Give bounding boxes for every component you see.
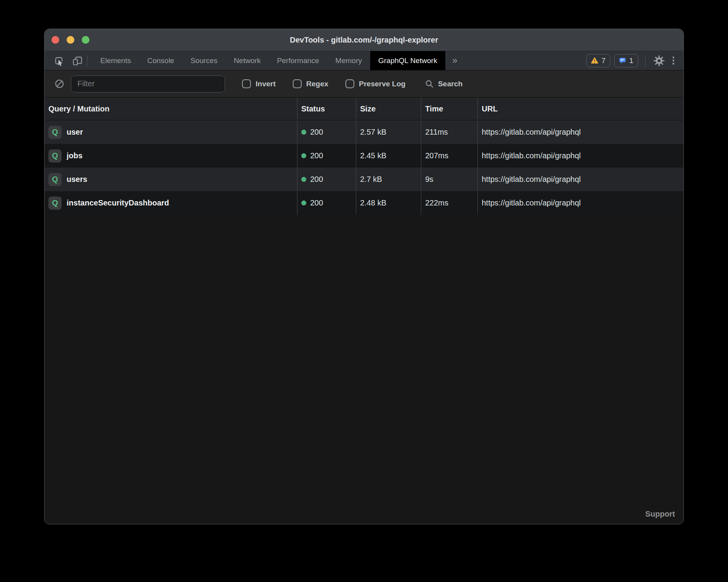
tab-performance[interactable]: Performance xyxy=(269,51,327,70)
time-cell: 9s xyxy=(421,168,477,191)
titlebar: DevTools - gitlab.com/-/graphql-explorer xyxy=(45,29,683,51)
time-cell: 207ms xyxy=(421,144,477,168)
warnings-badge-button[interactable]: 7 xyxy=(586,54,610,67)
url-cell: https://gitlab.com/api/graphql xyxy=(477,144,683,168)
query-name: users xyxy=(67,175,87,184)
regex-toggle[interactable]: Regex xyxy=(293,79,328,88)
search-icon xyxy=(425,79,434,89)
window-title: DevTools - gitlab.com/-/graphql-explorer xyxy=(290,36,438,45)
size-cell: 2.57 kB xyxy=(356,120,421,144)
status-code: 200 xyxy=(310,175,323,184)
tabbar-separator xyxy=(87,55,88,66)
tabbar-left-tools xyxy=(45,51,84,70)
tab-elements[interactable]: Elements xyxy=(92,51,139,70)
message-bubble-icon xyxy=(619,57,626,64)
messages-badge-button[interactable]: 1 xyxy=(614,54,638,67)
preserve-log-toggle[interactable]: Preserve Log xyxy=(345,79,405,88)
status-code: 200 xyxy=(310,151,323,160)
query-type-badge-icon: Q xyxy=(48,173,62,186)
close-window-button[interactable] xyxy=(52,36,59,44)
table-row[interactable]: Q user 200 2.57 kB 211ms https://gitlab.… xyxy=(45,120,683,144)
more-tabs-chevron-icon[interactable]: » xyxy=(445,51,464,70)
query-name: instanceSecurityDashboard xyxy=(67,199,169,207)
query-name-cell: Q instanceSecurityDashboard xyxy=(45,191,297,215)
preserve-log-checkbox xyxy=(345,79,354,88)
warning-count: 7 xyxy=(601,56,606,65)
preserve-log-label: Preserve Log xyxy=(359,80,405,88)
tab-network[interactable]: Network xyxy=(226,51,269,70)
query-name-cell: Q user xyxy=(45,120,297,144)
table-row[interactable]: Q instanceSecurityDashboard 200 2.48 kB … xyxy=(45,191,683,215)
column-header-time[interactable]: Time xyxy=(421,98,477,120)
table-row[interactable]: Q users 200 2.7 kB 9s https://gitlab.com… xyxy=(45,168,683,191)
url-cell: https://gitlab.com/api/graphql xyxy=(477,191,683,215)
controls-separator xyxy=(645,55,646,66)
status-cell: 200 xyxy=(297,168,356,191)
status-ok-dot-icon xyxy=(301,153,306,158)
status-code: 200 xyxy=(310,199,323,207)
search-label: Search xyxy=(438,80,462,88)
status-ok-dot-icon xyxy=(301,200,306,205)
status-cell: 200 xyxy=(297,120,356,144)
devtools-tabbar: Elements Console Sources Network Perform… xyxy=(45,51,683,70)
query-name-cell: Q users xyxy=(45,168,297,191)
status-cell: 200 xyxy=(297,144,356,168)
invert-label: Invert xyxy=(256,80,276,88)
tab-memory[interactable]: Memory xyxy=(327,51,370,70)
column-header-size[interactable]: Size xyxy=(356,98,421,120)
regex-checkbox xyxy=(293,79,302,88)
column-header-query-mutation[interactable]: Query / Mutation xyxy=(45,98,297,120)
panel-tabs: Elements Console Sources Network Perform… xyxy=(92,51,464,70)
invert-checkbox xyxy=(242,79,251,88)
status-ok-dot-icon xyxy=(301,130,306,135)
size-cell: 2.7 kB xyxy=(356,168,421,191)
table-header-row: Query / Mutation Status Size Time URL xyxy=(45,98,683,120)
minimize-window-button[interactable] xyxy=(67,36,74,44)
status-cell: 200 xyxy=(297,191,356,215)
warning-triangle-icon xyxy=(591,57,598,64)
status-code: 200 xyxy=(310,128,323,137)
tabbar-right-controls: 7 1 xyxy=(586,51,683,70)
time-cell: 211ms xyxy=(421,120,477,144)
query-name-cell: Q jobs xyxy=(45,144,297,168)
traffic-lights xyxy=(52,29,89,51)
request-table-body: Q user 200 2.57 kB 211ms https://gitlab.… xyxy=(45,120,683,215)
column-header-status[interactable]: Status xyxy=(297,98,356,120)
filter-toolbar: Invert Regex Preserve Log Search xyxy=(45,70,683,98)
status-ok-dot-icon xyxy=(301,177,306,182)
tab-graphql-network[interactable]: GraphQL Network xyxy=(370,51,445,70)
settings-gear-icon[interactable] xyxy=(652,54,666,67)
more-options-kebab-icon[interactable] xyxy=(670,56,678,65)
clear-filter-icon[interactable] xyxy=(54,77,65,91)
query-name: user xyxy=(67,128,83,137)
size-cell: 2.45 kB xyxy=(356,144,421,168)
url-cell: https://gitlab.com/api/graphql xyxy=(477,120,683,144)
device-toolbar-icon[interactable] xyxy=(71,54,84,67)
query-type-badge-icon: Q xyxy=(48,126,62,139)
query-type-badge-icon: Q xyxy=(48,149,62,163)
query-name: jobs xyxy=(67,151,82,160)
size-cell: 2.48 kB xyxy=(356,191,421,215)
tab-console[interactable]: Console xyxy=(139,51,182,70)
regex-label: Regex xyxy=(306,80,328,88)
column-header-url[interactable]: URL xyxy=(477,98,683,120)
inspect-element-icon[interactable] xyxy=(52,54,65,67)
support-link[interactable]: Support xyxy=(645,510,675,519)
devtools-window: DevTools - gitlab.com/-/graphql-explorer… xyxy=(44,29,684,524)
url-cell: https://gitlab.com/api/graphql xyxy=(477,168,683,191)
table-row[interactable]: Q jobs 200 2.45 kB 207ms https://gitlab.… xyxy=(45,144,683,168)
query-type-badge-icon: Q xyxy=(48,197,62,210)
search-button[interactable]: Search xyxy=(425,79,462,89)
message-count: 1 xyxy=(629,56,634,65)
invert-toggle[interactable]: Invert xyxy=(242,79,276,88)
zoom-window-button[interactable] xyxy=(82,36,89,44)
filter-input[interactable] xyxy=(71,75,225,92)
time-cell: 222ms xyxy=(421,191,477,215)
tab-sources[interactable]: Sources xyxy=(182,51,226,70)
